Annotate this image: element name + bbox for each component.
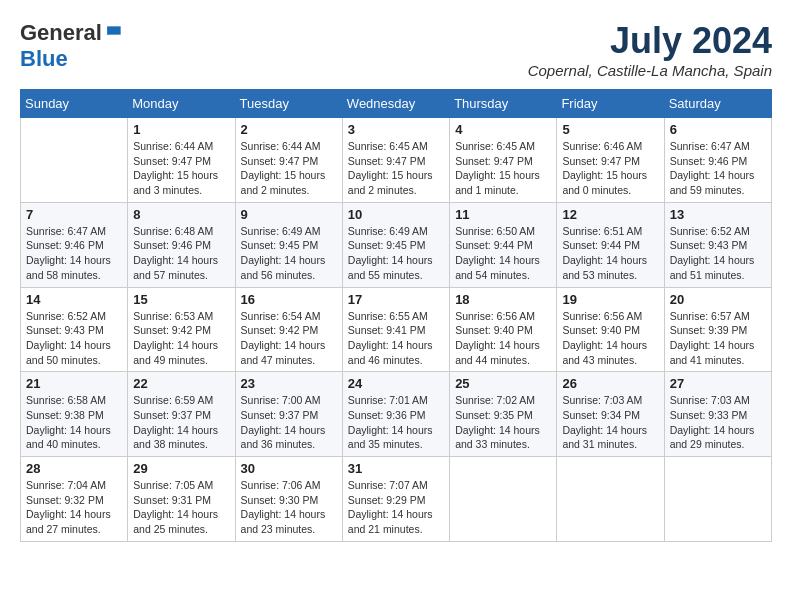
calendar-cell: 28Sunrise: 7:04 AM Sunset: 9:32 PM Dayli… <box>21 457 128 542</box>
day-number: 17 <box>348 292 444 307</box>
day-info: Sunrise: 7:00 AM Sunset: 9:37 PM Dayligh… <box>241 393 337 452</box>
calendar-cell <box>450 457 557 542</box>
day-number: 21 <box>26 376 122 391</box>
calendar-cell: 29Sunrise: 7:05 AM Sunset: 9:31 PM Dayli… <box>128 457 235 542</box>
calendar-cell <box>21 118 128 203</box>
calendar-cell: 10Sunrise: 6:49 AM Sunset: 9:45 PM Dayli… <box>342 202 449 287</box>
title-block: July 2024 Copernal, Castille-La Mancha, … <box>528 20 772 79</box>
calendar-cell <box>664 457 771 542</box>
calendar-cell: 20Sunrise: 6:57 AM Sunset: 9:39 PM Dayli… <box>664 287 771 372</box>
calendar-header-friday: Friday <box>557 90 664 118</box>
day-info: Sunrise: 6:47 AM Sunset: 9:46 PM Dayligh… <box>670 139 766 198</box>
day-info: Sunrise: 6:50 AM Sunset: 9:44 PM Dayligh… <box>455 224 551 283</box>
calendar-cell: 27Sunrise: 7:03 AM Sunset: 9:33 PM Dayli… <box>664 372 771 457</box>
calendar-table: SundayMondayTuesdayWednesdayThursdayFrid… <box>20 89 772 542</box>
calendar-cell: 12Sunrise: 6:51 AM Sunset: 9:44 PM Dayli… <box>557 202 664 287</box>
day-number: 1 <box>133 122 229 137</box>
day-info: Sunrise: 6:46 AM Sunset: 9:47 PM Dayligh… <box>562 139 658 198</box>
calendar-header-tuesday: Tuesday <box>235 90 342 118</box>
calendar-cell: 25Sunrise: 7:02 AM Sunset: 9:35 PM Dayli… <box>450 372 557 457</box>
day-info: Sunrise: 6:44 AM Sunset: 9:47 PM Dayligh… <box>133 139 229 198</box>
calendar-cell: 15Sunrise: 6:53 AM Sunset: 9:42 PM Dayli… <box>128 287 235 372</box>
day-info: Sunrise: 6:54 AM Sunset: 9:42 PM Dayligh… <box>241 309 337 368</box>
logo-icon <box>104 23 124 43</box>
day-number: 27 <box>670 376 766 391</box>
day-info: Sunrise: 7:05 AM Sunset: 9:31 PM Dayligh… <box>133 478 229 537</box>
day-number: 3 <box>348 122 444 137</box>
calendar-header-thursday: Thursday <box>450 90 557 118</box>
day-number: 25 <box>455 376 551 391</box>
day-number: 26 <box>562 376 658 391</box>
calendar-cell: 21Sunrise: 6:58 AM Sunset: 9:38 PM Dayli… <box>21 372 128 457</box>
day-number: 28 <box>26 461 122 476</box>
day-number: 4 <box>455 122 551 137</box>
day-info: Sunrise: 6:53 AM Sunset: 9:42 PM Dayligh… <box>133 309 229 368</box>
calendar-cell: 23Sunrise: 7:00 AM Sunset: 9:37 PM Dayli… <box>235 372 342 457</box>
calendar-body: 1Sunrise: 6:44 AM Sunset: 9:47 PM Daylig… <box>21 118 772 542</box>
calendar-cell <box>557 457 664 542</box>
day-info: Sunrise: 6:58 AM Sunset: 9:38 PM Dayligh… <box>26 393 122 452</box>
day-number: 22 <box>133 376 229 391</box>
day-info: Sunrise: 6:56 AM Sunset: 9:40 PM Dayligh… <box>455 309 551 368</box>
day-info: Sunrise: 7:01 AM Sunset: 9:36 PM Dayligh… <box>348 393 444 452</box>
day-number: 24 <box>348 376 444 391</box>
day-info: Sunrise: 6:49 AM Sunset: 9:45 PM Dayligh… <box>348 224 444 283</box>
calendar-cell: 26Sunrise: 7:03 AM Sunset: 9:34 PM Dayli… <box>557 372 664 457</box>
calendar-week-row: 21Sunrise: 6:58 AM Sunset: 9:38 PM Dayli… <box>21 372 772 457</box>
calendar-cell: 9Sunrise: 6:49 AM Sunset: 9:45 PM Daylig… <box>235 202 342 287</box>
calendar-header-saturday: Saturday <box>664 90 771 118</box>
calendar-header-monday: Monday <box>128 90 235 118</box>
day-number: 30 <box>241 461 337 476</box>
calendar-week-row: 14Sunrise: 6:52 AM Sunset: 9:43 PM Dayli… <box>21 287 772 372</box>
calendar-cell: 6Sunrise: 6:47 AM Sunset: 9:46 PM Daylig… <box>664 118 771 203</box>
calendar-cell: 13Sunrise: 6:52 AM Sunset: 9:43 PM Dayli… <box>664 202 771 287</box>
calendar-header-wednesday: Wednesday <box>342 90 449 118</box>
calendar-cell: 14Sunrise: 6:52 AM Sunset: 9:43 PM Dayli… <box>21 287 128 372</box>
calendar-cell: 19Sunrise: 6:56 AM Sunset: 9:40 PM Dayli… <box>557 287 664 372</box>
logo-general-text: General <box>20 20 102 46</box>
calendar-cell: 11Sunrise: 6:50 AM Sunset: 9:44 PM Dayli… <box>450 202 557 287</box>
calendar-cell: 7Sunrise: 6:47 AM Sunset: 9:46 PM Daylig… <box>21 202 128 287</box>
day-info: Sunrise: 6:45 AM Sunset: 9:47 PM Dayligh… <box>455 139 551 198</box>
logo-blue-text: Blue <box>20 46 68 71</box>
day-number: 20 <box>670 292 766 307</box>
day-number: 2 <box>241 122 337 137</box>
day-number: 29 <box>133 461 229 476</box>
calendar-cell: 18Sunrise: 6:56 AM Sunset: 9:40 PM Dayli… <box>450 287 557 372</box>
day-info: Sunrise: 6:57 AM Sunset: 9:39 PM Dayligh… <box>670 309 766 368</box>
calendar-cell: 31Sunrise: 7:07 AM Sunset: 9:29 PM Dayli… <box>342 457 449 542</box>
calendar-week-row: 7Sunrise: 6:47 AM Sunset: 9:46 PM Daylig… <box>21 202 772 287</box>
calendar-cell: 16Sunrise: 6:54 AM Sunset: 9:42 PM Dayli… <box>235 287 342 372</box>
calendar-cell: 24Sunrise: 7:01 AM Sunset: 9:36 PM Dayli… <box>342 372 449 457</box>
logo: General Blue <box>20 20 124 72</box>
calendar-cell: 4Sunrise: 6:45 AM Sunset: 9:47 PM Daylig… <box>450 118 557 203</box>
day-number: 6 <box>670 122 766 137</box>
day-number: 9 <box>241 207 337 222</box>
calendar-cell: 2Sunrise: 6:44 AM Sunset: 9:47 PM Daylig… <box>235 118 342 203</box>
day-info: Sunrise: 7:03 AM Sunset: 9:34 PM Dayligh… <box>562 393 658 452</box>
day-info: Sunrise: 7:06 AM Sunset: 9:30 PM Dayligh… <box>241 478 337 537</box>
calendar-cell: 5Sunrise: 6:46 AM Sunset: 9:47 PM Daylig… <box>557 118 664 203</box>
day-number: 18 <box>455 292 551 307</box>
day-number: 5 <box>562 122 658 137</box>
day-info: Sunrise: 6:59 AM Sunset: 9:37 PM Dayligh… <box>133 393 229 452</box>
page-header: General Blue July 2024 Copernal, Castill… <box>20 20 772 79</box>
calendar-week-row: 28Sunrise: 7:04 AM Sunset: 9:32 PM Dayli… <box>21 457 772 542</box>
calendar-cell: 30Sunrise: 7:06 AM Sunset: 9:30 PM Dayli… <box>235 457 342 542</box>
day-info: Sunrise: 6:56 AM Sunset: 9:40 PM Dayligh… <box>562 309 658 368</box>
day-info: Sunrise: 6:47 AM Sunset: 9:46 PM Dayligh… <box>26 224 122 283</box>
calendar-cell: 22Sunrise: 6:59 AM Sunset: 9:37 PM Dayli… <box>128 372 235 457</box>
day-info: Sunrise: 6:48 AM Sunset: 9:46 PM Dayligh… <box>133 224 229 283</box>
day-number: 19 <box>562 292 658 307</box>
day-number: 23 <box>241 376 337 391</box>
day-info: Sunrise: 6:49 AM Sunset: 9:45 PM Dayligh… <box>241 224 337 283</box>
day-info: Sunrise: 6:45 AM Sunset: 9:47 PM Dayligh… <box>348 139 444 198</box>
month-title: July 2024 <box>528 20 772 62</box>
calendar-week-row: 1Sunrise: 6:44 AM Sunset: 9:47 PM Daylig… <box>21 118 772 203</box>
calendar-header-row: SundayMondayTuesdayWednesdayThursdayFrid… <box>21 90 772 118</box>
day-number: 14 <box>26 292 122 307</box>
day-number: 15 <box>133 292 229 307</box>
calendar-cell: 8Sunrise: 6:48 AM Sunset: 9:46 PM Daylig… <box>128 202 235 287</box>
day-info: Sunrise: 6:52 AM Sunset: 9:43 PM Dayligh… <box>670 224 766 283</box>
day-info: Sunrise: 7:02 AM Sunset: 9:35 PM Dayligh… <box>455 393 551 452</box>
